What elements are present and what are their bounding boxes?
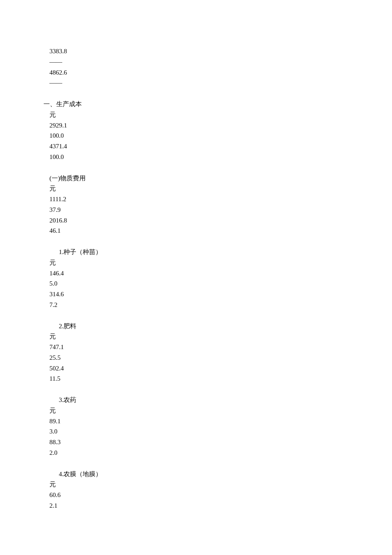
value-text: 2929.1 [49,120,392,131]
value-text: 3.0 [49,426,392,437]
unit-text: 元 [49,110,392,120]
value-text: 314.6 [49,289,392,300]
value-text: 100.0 [49,152,392,162]
value-text: 89.1 [49,416,392,427]
document-page: 3383.8 —— 4862.6 —— 一、生产成本 元 2929.1 100.… [0,0,392,511]
value-text: 37.9 [49,205,392,215]
value-text: 2.1 [49,500,392,511]
value-text: 4862.6 [49,67,392,78]
value-text: 5.0 [49,278,392,289]
section-label: 2.肥料 [59,321,392,332]
top-value-block: 3383.8 —— 4862.6 —— [49,46,392,88]
value-text: 46.1 [49,225,392,236]
cost-section: (一)物质费用 元 1111.2 37.9 2016.8 46.1 [49,173,392,237]
section-label: 一、生产成本 [43,99,392,110]
cost-section: 4.农膜（地膜） 元 60.6 2.1 [49,469,392,511]
value-text: 2.0 [49,448,392,458]
section-label: 1.种子（种苗） [59,247,392,257]
value-text: 2016.8 [49,215,392,226]
unit-text: 元 [49,183,392,194]
cost-section: 1.种子（种苗） 元 146.4 5.0 314.6 7.2 [49,247,392,310]
value-text: 747.1 [49,342,392,353]
value-text: 88.3 [49,437,392,448]
value-text: 146.4 [49,268,392,279]
cost-section: 一、生产成本 元 2929.1 100.0 4371.4 100.0 [49,99,392,162]
cost-section: 2.肥料 元 747.1 25.5 502.4 11.5 [49,321,392,384]
cost-section: 3.农药 元 89.1 3.0 88.3 2.0 [49,395,392,458]
section-label: (一)物质费用 [49,173,392,184]
value-text: 11.5 [49,373,392,384]
value-text: 100.0 [49,130,392,141]
section-label: 3.农药 [59,395,392,405]
unit-text: 元 [49,257,392,268]
value-text: 7.2 [49,300,392,310]
unit-text: 元 [49,405,392,416]
unit-text: 元 [49,479,392,490]
value-text: —— [49,78,392,88]
value-text: 3383.8 [49,46,392,57]
unit-text: 元 [49,331,392,342]
section-label: 4.农膜（地膜） [59,469,392,480]
value-text: —— [49,57,392,67]
value-text: 25.5 [49,353,392,363]
value-text: 502.4 [49,363,392,374]
value-text: 4371.4 [49,141,392,152]
value-text: 1111.2 [49,194,392,205]
value-text: 60.6 [49,490,392,500]
